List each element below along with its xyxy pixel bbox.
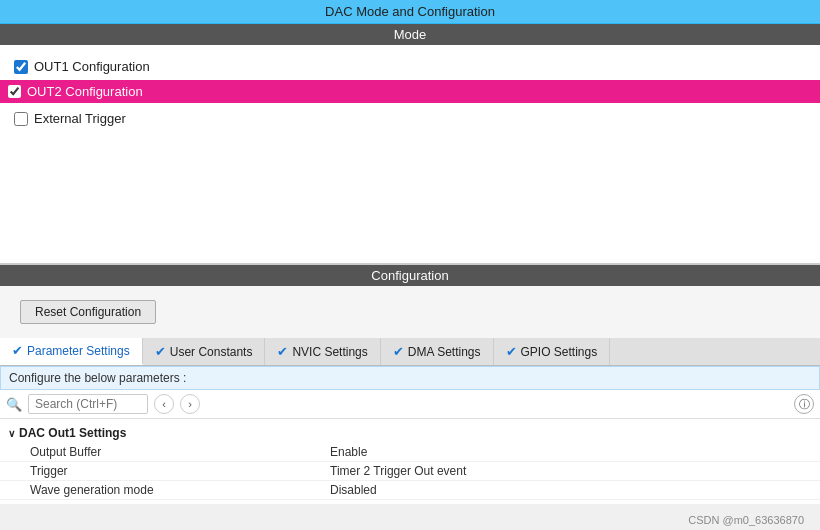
tab-nvic-settings[interactable]: ✔ NVIC Settings: [265, 338, 380, 365]
out1-row: OUT1 Configuration: [14, 55, 806, 78]
ext-trigger-checkbox[interactable]: [14, 112, 28, 126]
out1-label: OUT1 Configuration: [34, 59, 150, 74]
config-section: Reset Configuration ✔ Parameter Settings…: [0, 286, 820, 504]
out2-label: OUT2 Configuration: [27, 84, 143, 99]
tab-user-constants[interactable]: ✔ User Constants: [143, 338, 266, 365]
out2-row[interactable]: OUT2 Configuration: [0, 80, 820, 103]
params-content: ∨ DAC Out1 Settings Output Buffer Enable…: [0, 419, 820, 504]
param-value-output-buffer: Enable: [330, 445, 367, 459]
chevron-down-icon: ∨: [8, 428, 15, 439]
tab-parameter-settings[interactable]: ✔ Parameter Settings: [0, 338, 143, 365]
mode-header: Mode: [0, 24, 820, 45]
group-label: DAC Out1 Settings: [19, 426, 126, 440]
info-button[interactable]: ⓘ: [794, 394, 814, 414]
tab-nvic-label: NVIC Settings: [292, 345, 367, 359]
config-header: Configuration: [0, 265, 820, 286]
param-name-wave-gen: Wave generation mode: [30, 483, 330, 497]
window-title: DAC Mode and Configuration: [325, 4, 495, 19]
param-name-output-buffer: Output Buffer: [30, 445, 330, 459]
tab-gpio-settings[interactable]: ✔ GPIO Settings: [494, 338, 611, 365]
out1-checkbox[interactable]: [14, 60, 28, 74]
reset-config-button[interactable]: Reset Configuration: [20, 300, 156, 324]
out2-checkbox[interactable]: [8, 85, 21, 98]
mode-section: OUT1 Configuration OUT2 Configuration Ex…: [0, 45, 820, 265]
next-nav-button[interactable]: ›: [180, 394, 200, 414]
tab-dma-settings[interactable]: ✔ DMA Settings: [381, 338, 494, 365]
user-check-icon: ✔: [155, 344, 166, 359]
search-input[interactable]: [28, 394, 148, 414]
param-row-trigger: Trigger Timer 2 Trigger Out event: [0, 462, 820, 481]
tab-gpio-label: GPIO Settings: [521, 345, 598, 359]
search-icon: 🔍: [6, 397, 22, 412]
prev-nav-button[interactable]: ‹: [154, 394, 174, 414]
info-bar: Configure the below parameters :: [0, 366, 820, 390]
tabs-bar: ✔ Parameter Settings ✔ User Constants ✔ …: [0, 338, 820, 366]
tab-user-label: User Constants: [170, 345, 253, 359]
param-check-icon: ✔: [12, 343, 23, 358]
param-row-output-buffer: Output Buffer Enable: [0, 443, 820, 462]
gpio-check-icon: ✔: [506, 344, 517, 359]
dac-out1-group-header[interactable]: ∨ DAC Out1 Settings: [0, 423, 820, 443]
tab-dma-label: DMA Settings: [408, 345, 481, 359]
reset-btn-container: Reset Configuration: [0, 286, 820, 338]
ext-trigger-label: External Trigger: [34, 111, 126, 126]
info-text: Configure the below parameters :: [9, 371, 186, 385]
param-value-trigger: Timer 2 Trigger Out event: [330, 464, 466, 478]
ext-trigger-row: External Trigger: [14, 107, 806, 130]
title-bar: DAC Mode and Configuration: [0, 0, 820, 24]
search-bar: 🔍 ‹ › ⓘ: [0, 390, 820, 419]
param-row-wave-gen: Wave generation mode Disabled: [0, 481, 820, 500]
param-value-wave-gen: Disabled: [330, 483, 377, 497]
watermark: CSDN @m0_63636870: [688, 514, 804, 526]
tab-param-label: Parameter Settings: [27, 344, 130, 358]
nvic-check-icon: ✔: [277, 344, 288, 359]
dma-check-icon: ✔: [393, 344, 404, 359]
param-name-trigger: Trigger: [30, 464, 330, 478]
main-wrapper: DAC Mode and Configuration Mode OUT1 Con…: [0, 0, 820, 530]
